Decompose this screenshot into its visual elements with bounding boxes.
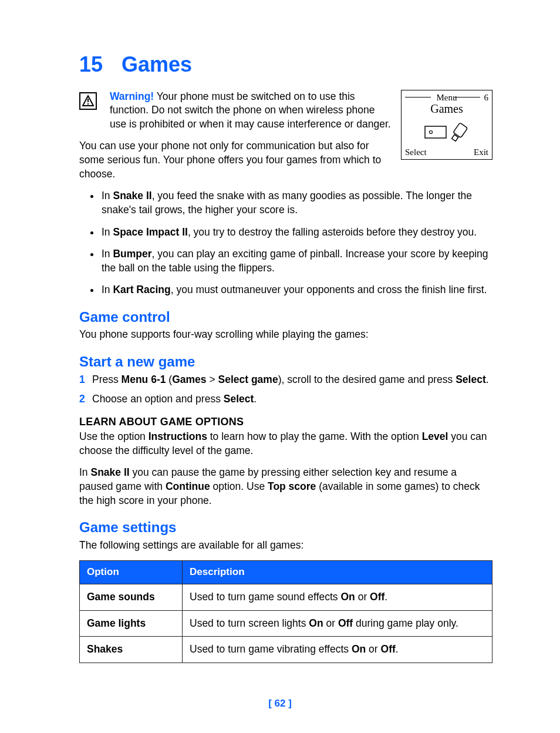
learn-options-p1: Use the option Instructions to learn how… (79, 430, 492, 458)
game-settings-intro: The following settings are available for… (79, 539, 492, 553)
step-number: 2 (79, 392, 85, 406)
list-item: In Snake II, you feed the snake with as … (100, 189, 492, 217)
option-description: Used to turn game sound effects On or Of… (183, 584, 492, 611)
chapter-heading: 15Games (79, 51, 492, 79)
section-heading-game-settings: Game settings (79, 518, 492, 537)
warning-icon (79, 92, 97, 110)
option-description: Used to turn game vibrating effects On o… (183, 637, 492, 663)
table-row: Shakes Used to turn game vibrating effec… (80, 637, 492, 663)
step-number: 1 (79, 373, 85, 387)
table-header-description: Description (183, 561, 492, 584)
learn-options-p2: In Snake II you can pause the game by pr… (79, 466, 492, 507)
table-row: Game lights Used to turn screen lights O… (80, 610, 492, 637)
svg-rect-0 (425, 126, 446, 138)
warning-text: Warning! Your phone must be switched on … (110, 90, 392, 132)
games-icon (405, 120, 488, 142)
section-heading-start-game: Start a new game (79, 352, 492, 371)
option-name: Shakes (80, 637, 183, 663)
svg-point-1 (430, 130, 433, 133)
chapter-number: 15 (79, 52, 103, 76)
warning-label: Warning! (110, 90, 154, 102)
svg-point-6 (87, 103, 89, 104)
page-number: [ 62 ] (0, 697, 560, 711)
game-list: In Snake II, you feed the snake with as … (79, 189, 492, 297)
game-control-text: You phone supports four-way scrolling wh… (79, 328, 492, 342)
table-header-option: Option (80, 561, 183, 584)
chapter-title: Games (122, 52, 192, 76)
menu-number: 6 (484, 92, 489, 103)
game-settings-table: Option Description Game sounds Used to t… (79, 560, 492, 663)
menu-label: Menu (437, 92, 457, 103)
section-heading-game-control: Game control (79, 308, 492, 327)
option-name: Game lights (80, 610, 183, 637)
table-row: Game sounds Used to turn game sound effe… (80, 584, 492, 611)
list-item: In Space Impact II, you try to destroy t… (100, 226, 492, 240)
option-name: Game sounds (80, 584, 183, 611)
menu-line: Menu 6 (405, 93, 488, 100)
list-item: 1 Press Menu 6-1 (Games > Select game), … (79, 373, 492, 387)
softkey-left: Select (405, 146, 427, 158)
list-item: In Bumper, you can play an exciting game… (100, 247, 492, 275)
start-game-steps: 1 Press Menu 6-1 (Games > Select game), … (79, 373, 492, 406)
subsection-heading-learn-options: LEARN ABOUT GAME OPTIONS (79, 415, 492, 429)
option-description: Used to turn screen lights On or Off dur… (183, 610, 492, 637)
list-item: 2 Choose an option and press Select. (79, 392, 492, 406)
list-item: In Kart Racing, you must outmaneuver you… (100, 283, 492, 297)
phone-screen-illustration: Menu 6 Games Select Exit (401, 90, 492, 160)
softkey-right: Exit (474, 146, 488, 158)
